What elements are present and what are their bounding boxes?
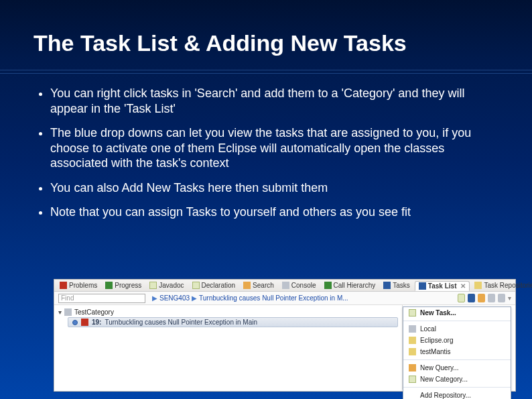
tab-search[interactable]: Search [240,281,277,290]
problems-icon [60,282,67,289]
view-tabstrip: Problems Progress Javadoc Declaration Se… [54,280,515,292]
task-pill[interactable]: 19: Turnbuckling causes Null Pointer Exc… [68,317,398,327]
breadcrumb-group: SENG403 [159,294,190,302]
bug-icon [81,319,88,326]
tab-label: Tasks [393,282,410,289]
tab-label: Console [291,282,316,289]
collapse-icon[interactable] [488,294,495,302]
menu-label: testMantis [420,348,451,355]
eclipse-screenshot: Problems Progress Javadoc Declaration Se… [54,279,516,392]
tab-label: Search [253,282,274,289]
bullet-item: You can also Add New Tasks here then sub… [50,180,495,196]
declaration-icon [192,282,200,289]
menu-label: Eclipse.org [420,337,453,344]
folder-icon [64,308,72,316]
task-list-body: ▾ TestCategory 19: Turnbuckling causes N… [54,305,515,390]
synchronize-icon[interactable] [478,294,485,302]
tab-tasks[interactable]: Tasks [380,281,413,290]
tab-declaration[interactable]: Declaration [189,281,239,290]
menu-label: New Query... [420,364,459,372]
chevron-right-icon: ▶ [192,294,197,302]
task-row[interactable]: 19: Turnbuckling causes Null Pointer Exc… [58,317,398,328]
menu-repo-mantis[interactable]: testMantis [403,346,511,357]
close-tab-icon[interactable]: ✕ [460,282,466,290]
category-icon [409,376,416,383]
tasks-icon [383,282,391,289]
tab-javadoc[interactable]: Javadoc [146,281,187,290]
tab-problems[interactable]: Problems [56,281,101,290]
new-task-menu: New Task... Local Eclipse.org testMantis… [403,306,511,399]
menu-label: New Category... [420,376,468,383]
menu-new-query[interactable]: New Query... [403,362,511,374]
task-number: 19: [92,319,101,326]
bullet-list: You can right click tasks in 'Search' an… [0,86,532,220]
menu-new-task[interactable]: New Task... [403,307,511,319]
tab-label: Task Repositories [484,282,532,289]
menu-label: Local [420,325,436,333]
tab-task-list[interactable]: Task List✕ [415,281,470,291]
tab-label: Call Hierarchy [334,282,376,289]
bullet-item: The blue drop downs can let you view the… [50,125,495,171]
menu-separator [403,359,511,360]
tab-call-hierarchy[interactable]: Call Hierarchy [321,281,379,290]
view-menu-icon[interactable]: ▾ [508,294,511,302]
tab-task-repositories[interactable]: Task Repositories [471,281,532,290]
category-label: TestCategory [74,308,114,316]
tab-label: Problems [69,282,97,289]
bullet-item: You can right click tasks in 'Search' an… [50,86,495,116]
repo-icon [409,348,416,355]
task-list-icon [419,282,426,290]
chevron-right-icon: ▶ [152,294,157,302]
progress-icon [105,282,113,289]
menu-add-repository[interactable]: Add Repository... [403,390,511,399]
slide-title: The Task List & Adding New Tasks [0,0,532,70]
categorize-icon[interactable] [468,294,475,302]
bullet-item: Note that you can assign Tasks to yourse… [50,205,495,220]
tab-progress[interactable]: Progress [102,281,145,290]
menu-label: Add Repository... [420,392,471,399]
task-list-toolbar: Find ▶ SENG403 ▶ Turnbuckling causes Nul… [54,292,515,305]
breadcrumb[interactable]: ▶ SENG403 ▶ Turnbuckling causes Null Poi… [152,294,348,302]
category-row[interactable]: ▾ TestCategory [58,308,398,317]
new-task-icon[interactable] [458,294,465,302]
blank-icon [409,392,416,399]
menu-repo-eclipse[interactable]: Eclipse.org [403,335,511,346]
repo-icon [409,325,416,333]
focus-icon[interactable] [498,294,505,302]
find-input[interactable]: Find [58,294,145,303]
search-icon [243,282,251,289]
task-title: Turnbuckling causes Null Pointer Excepti… [105,319,257,326]
menu-repo-local[interactable]: Local [403,323,511,335]
javadoc-icon [149,282,157,289]
tab-label: Declaration [202,282,236,289]
menu-new-category[interactable]: New Category... [403,374,511,385]
tab-label: Task List [428,282,457,290]
find-placeholder: Find [61,294,74,302]
divider [0,70,532,74]
console-icon [282,282,289,289]
menu-separator [403,387,511,388]
menu-separator [403,321,511,321]
hierarchy-icon [324,282,332,289]
new-task-icon [409,309,416,317]
tab-label: Progress [115,282,141,289]
repo-icon [474,282,482,289]
expand-icon[interactable]: ▾ [58,308,62,316]
breadcrumb-task: Turnbuckling causes Null Pointer Excepti… [199,294,348,302]
task-tree: ▾ TestCategory 19: Turnbuckling causes N… [54,305,403,390]
repo-icon [409,337,416,344]
menu-label: New Task... [420,309,456,317]
tab-console[interactable]: Console [279,281,320,290]
tab-label: Javadoc [159,282,184,289]
task-activate-icon[interactable] [72,320,78,325]
query-icon [409,364,416,372]
toolbar-icons: ▾ [458,294,511,302]
